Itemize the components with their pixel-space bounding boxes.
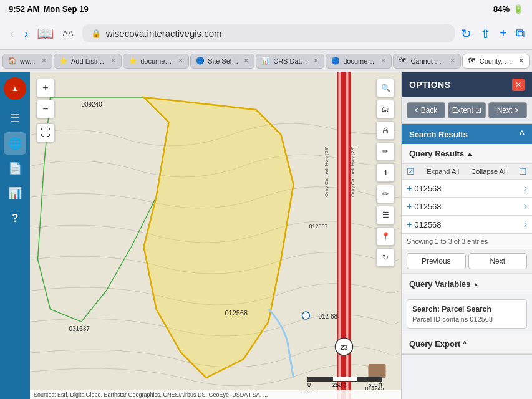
tools-button[interactable]: ☰ xyxy=(376,206,395,224)
tab-close[interactable]: ✕ xyxy=(450,57,455,65)
result-expand-icon-2[interactable]: + xyxy=(407,201,412,211)
hamburger-menu[interactable]: ☰ xyxy=(4,107,26,130)
browser-tabs-row: 🏠 ww... ✕ ⭐ Add Listing |... ✕ ⭐ documen… xyxy=(0,50,532,72)
next-page-button[interactable]: Next xyxy=(468,253,528,269)
bookmarks-icon[interactable]: 📖 xyxy=(37,26,54,42)
tab-cannot-ope[interactable]: 🗺 Cannot Ope... ✕ xyxy=(393,54,460,69)
refresh-button[interactable]: ↻ xyxy=(376,248,395,267)
nav-buttons: < Back Extent ⊡ Next > xyxy=(402,97,532,124)
result-label-1: 012568 xyxy=(414,184,521,193)
layers-button[interactable]: 🗂 xyxy=(376,100,395,118)
edit-button[interactable]: ✏ xyxy=(376,185,395,203)
tab-documents1[interactable]: ⭐ documents.... ✕ xyxy=(123,54,189,69)
result-arrow-2[interactable]: › xyxy=(524,201,527,212)
tab-favicon: 🗺 xyxy=(399,57,407,65)
scale-seg-3 xyxy=(357,377,382,382)
tab-crs-data[interactable]: 📊 CRS Data - P... ✕ xyxy=(256,54,324,69)
search-results-label: Search Results xyxy=(409,130,468,139)
search-results-section: Search Results ^ Query Results ▲ ☑ Expan… xyxy=(402,124,532,274)
tab-favicon: 🗺 xyxy=(468,57,476,65)
map-controls-left: + − ⛶ xyxy=(36,79,55,142)
sidebar-item-map[interactable]: 🌐 xyxy=(4,132,26,155)
query-results-header: Query Results ▲ xyxy=(402,144,532,164)
zoom-in-button[interactable]: + xyxy=(36,79,55,97)
url-text: wisecova.interactivegis.com xyxy=(106,28,222,39)
results-count: Showing 1 to 3 of 3 entries xyxy=(402,234,532,249)
collapse-all-label[interactable]: Collapse All xyxy=(471,168,506,175)
result-arrow-3[interactable]: › xyxy=(524,219,527,230)
tab-favicon: ⭐ xyxy=(128,57,137,65)
tab-close[interactable]: ✕ xyxy=(110,57,116,65)
result-expand-icon-1[interactable]: + xyxy=(407,183,412,193)
reload-icon[interactable]: ↻ xyxy=(461,26,472,41)
back-button[interactable]: ‹ xyxy=(7,24,17,43)
tab-title: County, VA |... xyxy=(480,57,515,65)
query-results-arrow: ▲ xyxy=(467,150,473,157)
query-variables-label: Query Variables xyxy=(409,279,470,289)
new-tab-icon[interactable]: + xyxy=(500,26,507,41)
collapse-icon[interactable]: ☐ xyxy=(519,166,527,176)
scale-seg-1 xyxy=(307,377,332,382)
expand-icon[interactable]: ☑ xyxy=(407,166,415,176)
tab-site-selector[interactable]: 🔵 Site Selector ✕ xyxy=(190,54,254,69)
sidebar-item-reports[interactable]: 📊 xyxy=(4,182,26,204)
date: Mon Sep 19 xyxy=(43,4,88,14)
tab-close[interactable]: ✕ xyxy=(518,57,524,65)
zoom-out-button[interactable]: − xyxy=(36,100,55,118)
query-export-header[interactable]: Query Export ^ xyxy=(402,334,532,354)
tabs-icon[interactable]: ⧉ xyxy=(516,26,525,41)
query-variables-header[interactable]: Query Variables ▲ xyxy=(402,274,532,294)
tab-documents2[interactable]: 🔵 documents.... ✕ xyxy=(326,54,392,69)
print-button[interactable]: 🖨 xyxy=(376,121,395,140)
location-button[interactable]: 📍 xyxy=(376,227,395,246)
tab-title: CRS Data - P... xyxy=(273,57,310,65)
svg-text:009240: 009240 xyxy=(82,101,103,108)
forward-button[interactable]: › xyxy=(22,24,31,43)
svg-rect-18 xyxy=(369,364,386,378)
status-bar-left: 9:52 AM Mon Sep 19 xyxy=(9,4,89,14)
tab-title: Cannot Ope... xyxy=(410,57,446,65)
tab-close[interactable]: ✕ xyxy=(178,57,183,65)
info-button[interactable]: ℹ xyxy=(376,163,395,182)
result-arrow-1[interactable]: › xyxy=(524,183,527,194)
draw-button[interactable]: ✏ xyxy=(376,142,395,161)
app-bar: ▲ ☰ 🌐 📄 📊 ? xyxy=(0,72,30,399)
tab-ww[interactable]: 🏠 ww... ✕ xyxy=(2,54,52,69)
share-icon[interactable]: ⇧ xyxy=(480,26,491,41)
sidebar-item-help[interactable]: ? xyxy=(4,207,26,229)
result-expand-icon-3[interactable]: + xyxy=(407,219,412,229)
tab-county-va[interactable]: 🗺 County, VA |... ✕ xyxy=(462,54,530,69)
svg-text:23: 23 xyxy=(340,344,347,351)
tab-close[interactable]: ✕ xyxy=(243,57,249,65)
tab-close[interactable]: ✕ xyxy=(380,57,386,65)
query-export-label: Query Export xyxy=(409,339,460,349)
panel-close-button[interactable]: ✕ xyxy=(512,79,525,91)
tab-add-listing[interactable]: ⭐ Add Listing |... ✕ xyxy=(54,54,122,69)
var-value: Parcel ID contains 012568 xyxy=(412,315,521,323)
svg-point-17 xyxy=(302,312,310,319)
svg-text:031637: 031637 xyxy=(69,325,90,332)
pagination: Previous Next xyxy=(402,249,532,274)
sidebar-item-documents[interactable]: 📄 xyxy=(4,157,26,180)
extent-button[interactable]: Extent ⊡ xyxy=(448,102,486,118)
back-nav-button[interactable]: < Back xyxy=(407,102,445,118)
previous-button[interactable]: Previous xyxy=(407,253,466,269)
tab-close[interactable]: ✕ xyxy=(313,57,319,65)
doc-icon: 📄 xyxy=(8,161,22,175)
result-label-2: 012568 xyxy=(414,202,521,211)
map-area[interactable]: 23 Orby Cantrell Hwy (23) Orby Cantrell … xyxy=(30,72,401,399)
tab-title: documents.... xyxy=(140,57,175,65)
search-results-header[interactable]: Search Results ^ xyxy=(402,124,532,144)
tab-close[interactable]: ✕ xyxy=(41,57,47,65)
scale-bar: 0 250 ft 500 ft xyxy=(307,377,382,388)
map-controls-right: 🔍 🗂 🖨 ✏ ℹ ✏ ☰ 📍 ↻ xyxy=(376,79,395,267)
address-bar[interactable]: 🔒 wisecova.interactivegis.com xyxy=(82,24,455,42)
search-map-button[interactable]: 🔍 xyxy=(376,79,395,97)
showing-text: Showing 1 to 3 of 3 entries xyxy=(407,238,488,245)
time: 9:52 AM xyxy=(9,4,39,14)
app-logo: ▲ xyxy=(4,77,26,100)
next-nav-button[interactable]: Next > xyxy=(488,102,527,118)
expand-all-label[interactable]: Expand All xyxy=(427,168,459,175)
aa-label: AA xyxy=(62,29,73,38)
fullscreen-button[interactable]: ⛶ xyxy=(36,123,55,142)
